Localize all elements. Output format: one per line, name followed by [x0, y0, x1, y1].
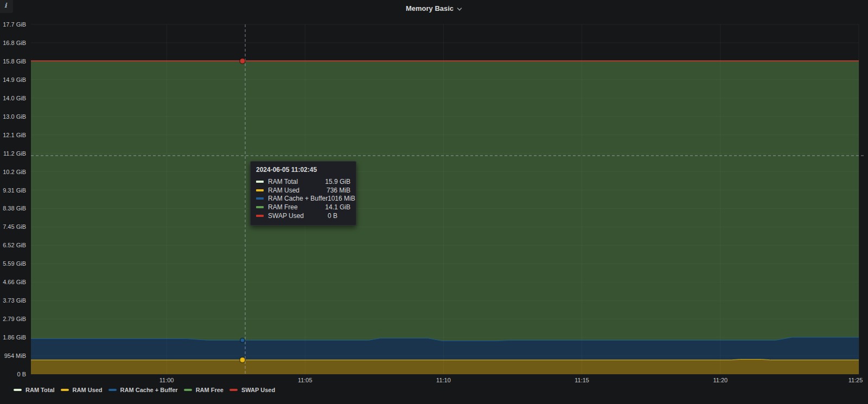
tooltip-row: RAM Total15.9 GiB: [256, 177, 350, 186]
tooltip-series-label: RAM Used: [268, 187, 327, 194]
y-axis-label: 15.8 GiB: [0, 58, 26, 65]
legend-label: RAM Free: [196, 387, 224, 393]
legend-swatch-swap-used: [229, 389, 238, 391]
x-axis-label: 11:00: [159, 377, 174, 383]
tooltip-series-label: RAM Free: [268, 203, 325, 211]
y-axis-label: 2.79 GiB: [0, 316, 26, 322]
y-axis-label: 8.38 GiB: [0, 205, 26, 211]
y-axis-label: 16.8 GiB: [0, 40, 26, 46]
tooltip-row: RAM Used736 MiB: [256, 186, 350, 195]
legend-item-swap-used[interactable]: SWAP Used: [229, 387, 275, 393]
series-area-ram-free: [31, 61, 859, 341]
legend-item-ram-used[interactable]: RAM Used: [61, 387, 103, 393]
y-axis-label: 4.66 GiB: [0, 279, 26, 285]
panel-header[interactable]: Memory Basic: [0, 0, 868, 16]
legend-item-ram-total[interactable]: RAM Total: [14, 387, 55, 393]
chart-plot-area[interactable]: [0, 0, 868, 404]
y-axis-label: 14.9 GiB: [0, 76, 26, 83]
tooltip-row: RAM Cache + Buffer1016 MiB: [256, 195, 350, 203]
y-axis-label: 954 MiB: [0, 352, 26, 359]
y-axis-label: 9.31 GiB: [0, 187, 26, 194]
tooltip-series-swatch: [256, 181, 264, 183]
chevron-down-icon: [457, 5, 462, 13]
crosshair-point-ram-used: [240, 357, 245, 363]
tooltip-row: RAM Free14.1 GiB: [256, 203, 350, 211]
tooltip-series-label: RAM Total: [268, 178, 325, 185]
x-axis-label: 11:20: [713, 377, 727, 383]
tooltip-series-label: RAM Cache + Buffer: [268, 195, 328, 202]
y-axis-label: 14.0 GiB: [0, 95, 26, 101]
y-axis-label: 7.45 GiB: [0, 223, 26, 230]
x-axis-label: 11:15: [575, 377, 589, 383]
panel-title: Memory Basic: [406, 4, 454, 12]
legend-label: RAM Cache + Buffer: [120, 387, 178, 393]
series-area-ram-used: [31, 360, 859, 374]
tooltip-series-label: SWAP Used: [268, 212, 328, 220]
y-axis-label: 0 B: [0, 371, 26, 377]
tooltip-timestamp: 2024-06-05 11:02:45: [256, 166, 350, 174]
y-axis-label: 6.52 GiB: [0, 242, 26, 248]
chart-tooltip: 2024-06-05 11:02:45 RAM Total15.9 GiBRAM…: [250, 161, 356, 226]
legend-swatch-ram-used: [61, 389, 69, 391]
tooltip-row: SWAP Used0 B: [256, 211, 350, 220]
tooltip-series-value: 0 B: [328, 212, 337, 220]
y-axis-label: 10.2 GiB: [0, 169, 26, 175]
tooltip-series-value: 15.9 GiB: [325, 178, 350, 185]
y-axis-label: 11.2 GiB: [0, 150, 26, 157]
legend-item-ram-cache-buffer[interactable]: RAM Cache + Buffer: [108, 387, 178, 393]
tooltip-series-swatch: [256, 189, 264, 191]
y-axis-label: 1.86 GiB: [0, 334, 26, 341]
legend-swatch-ram-cache-buffer: [108, 389, 117, 391]
x-axis-label: 11:05: [298, 377, 312, 383]
x-axis-label: 11:25: [848, 377, 863, 383]
crosshair-point-swap-used: [240, 58, 245, 63]
legend-swatch-ram-total: [14, 389, 22, 391]
y-axis-label: 5.59 GiB: [0, 260, 26, 267]
y-axis-label: 12.1 GiB: [0, 132, 26, 138]
tooltip-series-value: 736 MiB: [327, 187, 350, 194]
legend-swatch-ram-free: [184, 389, 192, 391]
legend-label: RAM Total: [25, 387, 55, 393]
legend-label: SWAP Used: [241, 387, 275, 393]
y-axis-label: 3.73 GiB: [0, 297, 26, 304]
x-axis-label: 11:10: [436, 377, 451, 383]
tooltip-series-swatch: [256, 197, 264, 200]
legend-label: RAM Used: [73, 387, 103, 393]
tooltip-series-swatch: [256, 206, 264, 208]
tooltip-series-value: 1016 MiB: [328, 195, 355, 202]
y-axis-label: 13.0 GiB: [0, 113, 26, 120]
y-axis-label: 17.7 GiB: [0, 21, 26, 28]
legend-item-ram-free[interactable]: RAM Free: [184, 387, 224, 393]
chart-legend: RAM TotalRAM UsedRAM Cache + BufferRAM F…: [14, 385, 275, 395]
tooltip-series-swatch: [256, 215, 264, 217]
crosshair-point-ram-cache-buffer: [240, 338, 245, 342]
tooltip-series-value: 14.1 GiB: [325, 203, 350, 211]
